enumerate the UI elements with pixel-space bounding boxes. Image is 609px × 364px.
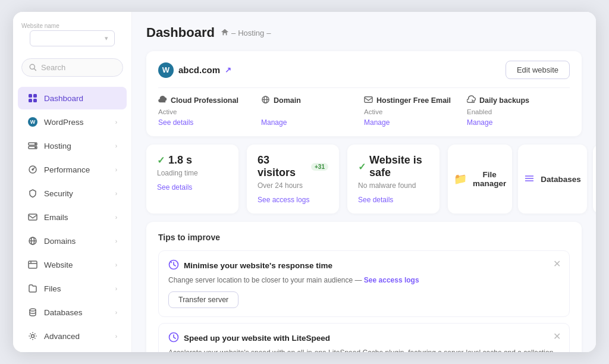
sidebar-item-label: Dashboard — [44, 94, 83, 103]
sidebar-item-label: Security — [44, 189, 73, 198]
sidebar-item-label: Website — [44, 261, 73, 269]
svg-rect-2 — [29, 94, 32, 98]
search-box[interactable]: Search — [21, 58, 123, 77]
file-manager-label: File manager — [473, 170, 506, 188]
sidebar-item-performance[interactable]: Performance › — [18, 158, 127, 181]
visitor-badge: +31 — [311, 163, 328, 171]
service-backup: Daily backups Enabled Manage — [467, 95, 570, 127]
sidebar-item-label: Hosting — [44, 142, 71, 150]
transfer-server-button[interactable]: Transfer server — [168, 291, 238, 308]
databases-quick-icon — [524, 173, 535, 186]
service-label: Hostinger Free Email — [376, 96, 451, 105]
sidebar-item-advanced[interactable]: Advanced › — [18, 325, 127, 347]
service-status: Active — [364, 108, 460, 115]
tip-litespeed: Speed up your website with LiteSpeed Acc… — [158, 323, 570, 352]
sidebar-item-hosting[interactable]: Hosting › — [18, 134, 127, 157]
stat-value-text: Website is safe — [369, 154, 429, 179]
main-content: Dashboard – Hosting – W abcd.com ↗ Edit … — [132, 12, 596, 352]
wordpress-logo-icon: W — [158, 62, 174, 78]
databases-icon — [27, 307, 38, 318]
sidebar-item-emails[interactable]: Emails › — [18, 206, 127, 228]
quick-actions: 📁 File manager Databases W WordPress ove… — [448, 145, 596, 214]
svg-point-9 — [35, 147, 36, 148]
sidebar-item-files[interactable]: Files › — [18, 277, 127, 300]
chevron-right-icon: › — [115, 119, 117, 125]
sidebar-item-label: Databases — [44, 308, 83, 317]
sidebar-item-wordpress[interactable]: W WordPress › — [18, 111, 127, 133]
domain-service-icon — [261, 95, 270, 106]
svg-point-19 — [30, 309, 36, 311]
service-label: Domain — [274, 96, 301, 105]
check-icon: ✓ — [157, 155, 165, 166]
chevron-right-icon: › — [115, 262, 117, 268]
sidebar-item-website[interactable]: Website › — [18, 253, 127, 276]
stat-link[interactable]: See details — [358, 196, 429, 204]
sidebar-item-label: Performance — [44, 165, 90, 174]
chevron-right-icon: › — [115, 214, 117, 221]
chevron-right-icon: › — [115, 143, 117, 149]
stat-value-text: 63 visitors — [258, 154, 307, 179]
sidebar-item-security[interactable]: Security › — [18, 182, 127, 205]
svg-point-11 — [32, 169, 33, 170]
search-label: Search — [41, 63, 65, 72]
edit-website-button[interactable]: Edit website — [506, 61, 570, 79]
databases-label: Databases — [541, 175, 581, 184]
middle-row: ✓ 1.8 s Loading time See details 63 visi… — [146, 145, 582, 214]
domain-card: W abcd.com ↗ Edit website Cloud Professi… — [146, 51, 582, 136]
svg-rect-3 — [33, 94, 37, 98]
svg-rect-5 — [33, 99, 37, 102]
service-link[interactable]: Manage — [261, 118, 357, 127]
external-link-icon[interactable]: ↗ — [225, 65, 231, 74]
domain-info: W abcd.com ↗ — [158, 62, 231, 78]
service-link[interactable]: See details — [158, 118, 254, 127]
close-tip-2-button[interactable]: ✕ — [553, 331, 561, 342]
backup-icon — [467, 95, 476, 106]
tip-litespeed-icon — [168, 332, 179, 344]
grid-icon — [27, 93, 38, 103]
close-tip-1-button[interactable]: ✕ — [553, 258, 561, 269]
domains-icon — [27, 236, 38, 246]
stat-label: Over 24 hours — [258, 181, 328, 190]
wordpress-overview-button[interactable]: W WordPress overview — [593, 145, 596, 214]
tip-link[interactable]: See access logs — [364, 276, 419, 284]
advanced-icon — [27, 331, 38, 341]
chevron-right-icon: › — [115, 190, 117, 197]
file-manager-button[interactable]: 📁 File manager — [448, 145, 512, 214]
sidebar-item-databases[interactable]: Databases › — [18, 301, 127, 324]
search-icon — [29, 64, 37, 71]
service-status: Enabled — [467, 108, 563, 115]
service-label: Cloud Professional — [171, 96, 238, 105]
service-link[interactable]: Manage — [364, 118, 460, 127]
sidebar-item-domains[interactable]: Domains › — [18, 230, 127, 252]
files-icon — [27, 283, 38, 294]
website-name-select[interactable]: ▾ — [30, 30, 115, 46]
service-link[interactable]: Manage — [467, 118, 563, 127]
stat-link[interactable]: See access logs — [258, 196, 328, 204]
stat-safety: ✓ Website is safe No malware found See d… — [347, 145, 440, 214]
service-status: Active — [158, 108, 254, 115]
tip-title: Speed up your website with LiteSpeed — [184, 334, 330, 343]
breadcrumb-dash: – — [266, 29, 271, 37]
website-icon — [27, 259, 38, 270]
chevron-right-icon: › — [115, 238, 117, 244]
domain-name: abcd.com — [178, 65, 220, 75]
home-icon — [221, 28, 229, 38]
databases-button[interactable]: Databases — [518, 145, 587, 214]
tip-description: Change server location to be closer to y… — [168, 275, 560, 285]
sidebar-item-dashboard[interactable]: Dashboard — [18, 87, 127, 109]
sidebar-item-label: Files — [44, 284, 61, 293]
svg-point-8 — [35, 143, 36, 145]
chevron-right-icon: › — [115, 167, 117, 173]
svg-line-30 — [171, 262, 172, 263]
chevron-right-icon: › — [115, 333, 117, 340]
tips-card: Tips to improve Minimise your website's … — [146, 222, 582, 352]
sidebar-item-account[interactable]: Account › — [18, 349, 127, 352]
stat-loading-time: ✓ 1.8 s Loading time See details — [146, 145, 238, 214]
sidebar-item-label: Domains — [44, 237, 76, 246]
security-icon — [27, 188, 38, 199]
service-email: Hostinger Free Email Active Manage — [364, 95, 467, 127]
cloud-icon — [158, 95, 167, 106]
breadcrumb-current: Hosting — [238, 29, 264, 37]
stat-link[interactable]: See details — [157, 183, 228, 192]
check-icon: ✓ — [358, 161, 366, 172]
